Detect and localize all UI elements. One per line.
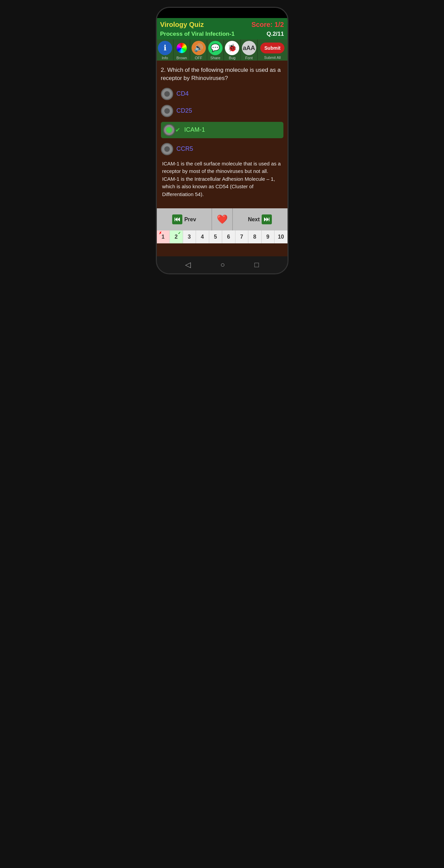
page-5[interactable]: 5 — [209, 230, 223, 243]
option-c-label: ICAM-1 — [184, 126, 205, 133]
option-a-radio — [161, 88, 173, 100]
next-icon: ⏭ — [262, 214, 272, 224]
option-d-radio — [161, 143, 173, 155]
question-area: 2. Which of the following molecule is us… — [157, 61, 287, 202]
page-3[interactable]: 3 — [183, 230, 196, 243]
option-d-row[interactable]: CCR5 — [161, 143, 283, 155]
back-button[interactable]: ◁ — [185, 260, 191, 269]
option-b-radio — [161, 105, 173, 117]
page-1-badge: ✗ — [159, 231, 162, 235]
color-icon — [175, 41, 189, 55]
next-label: Next — [248, 216, 260, 223]
option-c-row[interactable]: ✔ ICAM-1 — [161, 122, 283, 138]
sound-icon: 🔊 — [192, 41, 206, 55]
info-icon: ℹ — [158, 41, 172, 55]
info-toolbar-item[interactable]: ℹ Info — [157, 39, 174, 61]
question-text: 2. Which of the following molecule is us… — [161, 66, 283, 82]
option-d-radio-inner — [164, 146, 170, 152]
pagination: ✗ 1 ✓ 2 3 4 5 6 7 8 9 10 — [157, 230, 287, 243]
heart-button[interactable]: ❤️ — [212, 208, 232, 230]
share-label: Share — [210, 56, 220, 60]
page-2[interactable]: ✓ 2 — [170, 230, 183, 243]
notch — [202, 10, 243, 16]
score-display: Score: 1/2 — [251, 21, 284, 29]
option-b-label: CD25 — [177, 107, 192, 114]
header-top: Virology Quiz Score: 1/2 — [157, 18, 287, 30]
sound-toolbar-item[interactable]: 🔊 OFF — [190, 39, 207, 61]
page-8[interactable]: 8 — [248, 230, 262, 243]
topic-title: Process of Viral Infection-1 — [160, 31, 235, 37]
bottom-nav: ⏮ Prev ❤️ Next ⏭ — [157, 208, 287, 230]
page-2-badge: ✓ — [178, 231, 181, 235]
option-d-label: CCR5 — [177, 145, 193, 152]
option-c-radio — [163, 124, 175, 136]
correct-checkmark: ✔ — [175, 126, 180, 134]
prev-button[interactable]: ⏮ Prev — [157, 208, 212, 230]
page-4[interactable]: 4 — [196, 230, 209, 243]
header-sub: Process of Viral Infection-1 Q.2/11 — [157, 30, 287, 39]
option-b-radio-inner — [164, 108, 170, 114]
prev-label: Prev — [184, 216, 196, 223]
app-container: Virology Quiz Score: 1/2 Process of Vira… — [157, 18, 287, 256]
option-a-radio-inner — [164, 91, 170, 97]
next-button[interactable]: Next ⏭ — [233, 208, 287, 230]
page-10[interactable]: 10 — [275, 230, 287, 243]
font-toolbar-item[interactable]: aAA Font — [241, 39, 258, 61]
question-number: Q.2/11 — [266, 31, 284, 37]
heart-icon: ❤️ — [217, 214, 228, 225]
option-c-radio-inner — [166, 127, 172, 133]
font-label: Font — [245, 56, 253, 60]
submit-all-label: Submit All — [264, 55, 281, 60]
page-1[interactable]: ✗ 1 — [157, 230, 170, 243]
option-b-row[interactable]: CD25 — [161, 105, 283, 117]
toolbar: ℹ Info Brown 🔊 OFF 💬 Share — [157, 39, 287, 61]
share-toolbar-item[interactable]: 💬 Share — [207, 39, 224, 61]
option-a-row[interactable]: CD4 — [161, 88, 283, 100]
phone-wrapper: Virology Quiz Score: 1/2 Process of Vira… — [156, 7, 289, 274]
sound-label: OFF — [195, 56, 202, 60]
recents-button[interactable]: □ — [254, 260, 259, 269]
info-label: Info — [162, 56, 168, 60]
page-9[interactable]: 9 — [262, 230, 275, 243]
font-icon: aAA — [242, 41, 256, 55]
color-label: Brown — [177, 56, 187, 60]
submit-button[interactable]: Submit — [260, 43, 284, 53]
page-6[interactable]: 6 — [222, 230, 235, 243]
page-7[interactable]: 7 — [235, 230, 249, 243]
option-a-label: CD4 — [177, 90, 189, 97]
explanation-text: ICAM-1 is the cell surface molecule that… — [161, 160, 283, 198]
bug-icon: 🐞 — [225, 41, 239, 55]
share-icon: 💬 — [208, 41, 223, 55]
color-toolbar-item[interactable]: Brown — [174, 39, 190, 61]
home-button[interactable]: ○ — [220, 260, 225, 269]
prev-icon: ⏮ — [172, 214, 182, 224]
bug-toolbar-item[interactable]: 🐞 Bug — [224, 39, 241, 61]
app-title: Virology Quiz — [160, 21, 204, 29]
submit-toolbar-item[interactable]: Submit Submit All — [258, 39, 287, 61]
status-bar — [157, 8, 287, 18]
bug-label: Bug — [229, 56, 236, 60]
android-nav-bar: ◁ ○ □ — [157, 256, 287, 273]
